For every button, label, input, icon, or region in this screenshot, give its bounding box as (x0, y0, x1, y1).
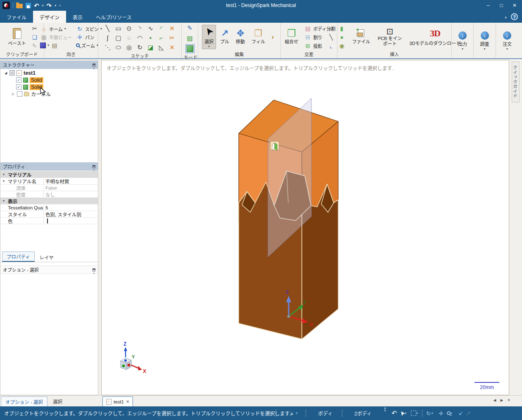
home-view-button[interactable]: ⌂ホーム▾ (40, 25, 72, 33)
design-viewport[interactable]: オブジェクトをクリックします。ダブルクリックして、エッジループを選択します。トリ… (101, 60, 509, 395)
plan-view-button[interactable]: ▦平面ビュー (40, 33, 72, 41)
pin-icon[interactable] (93, 268, 95, 271)
prop-row-style[interactable]: スタイル色別, スタイル別 (0, 211, 98, 218)
prop-group-display[interactable]: ▾表示 (0, 198, 98, 204)
combine-button[interactable]: ❒ 組合せ (282, 29, 301, 45)
sketch-rounded-rectangle-icon[interactable]: ▢ (114, 34, 123, 42)
insert-axes-icon[interactable]: ⌞ (327, 42, 335, 50)
sketch-split-icon[interactable]: ✂ (168, 34, 177, 42)
document-tab-test1[interactable]: test1 ✕ (102, 396, 133, 407)
tree-label[interactable]: Solid (30, 77, 43, 83)
sketch-sweep-icon[interactable]: ↻ (135, 43, 145, 52)
expander-closed-icon[interactable]: ▷ (11, 92, 15, 96)
pull-button[interactable]: ↗ プル (218, 29, 232, 45)
sketch-point-icon[interactable]: • (146, 34, 155, 42)
tab-select[interactable]: 選択 (49, 396, 66, 406)
sketch-spline-icon[interactable]: ∿ (146, 24, 155, 33)
select-tool-button[interactable]: ➤▾ (400, 406, 407, 420)
sketch-mode-icon[interactable]: ✎ (185, 24, 195, 33)
insert-cylinder-icon[interactable]: ▮ (338, 25, 346, 32)
color-swatch[interactable] (47, 218, 48, 223)
heading-button[interactable]: ▾▤ (40, 42, 72, 49)
tab-properties[interactable]: プロパティ (2, 252, 35, 262)
investigate-button[interactable]: ↓ 調査 ▾ (478, 31, 492, 52)
tab-layers[interactable]: レイヤ (36, 253, 58, 262)
display-icon[interactable]: ▤ (51, 42, 58, 49)
tab-help[interactable]: ヘルプ/リソース (89, 11, 138, 23)
solid-mode-icon[interactable] (185, 44, 195, 53)
prop-row-color[interactable]: 色 (0, 218, 98, 224)
view-cube-triad[interactable]: Z Y X (121, 341, 146, 374)
pin-icon[interactable] (93, 165, 95, 168)
collapse-ribbon-icon[interactable]: ▴ (505, 15, 507, 19)
spin-view-button[interactable]: ↻▾ (426, 406, 433, 420)
document-tab-close-icon[interactable]: ✕ (126, 399, 129, 404)
undo-select-icon[interactable]: ↶ (392, 406, 397, 420)
help-icon[interactable]: ? (511, 13, 518, 20)
sketch-rectangle-icon[interactable]: ▭ (114, 24, 123, 33)
undo-icon[interactable]: ↶ (34, 2, 39, 9)
sketch-circle-icon[interactable]: ⊙ (125, 24, 134, 33)
prop-row-fluid[interactable]: 流体False (0, 185, 98, 191)
open-file-icon[interactable] (16, 4, 23, 8)
minimize-button[interactable]: – (482, 1, 494, 9)
quick-guide-tab[interactable]: クイックガイド (512, 62, 520, 102)
sketch-chamfer-icon[interactable]: ⌐ (157, 34, 166, 42)
sketch-fill-icon[interactable]: ◪ (146, 43, 155, 52)
blend-icon[interactable]: ◗ (269, 33, 277, 41)
model-canvas[interactable]: Z Y X Z Y X 20mm (102, 60, 509, 395)
tree-item-solid-1[interactable]: ✓ Solid (0, 76, 98, 83)
copy-icon[interactable]: ❏ (31, 33, 38, 41)
quick-access-overflow-icon[interactable]: ▿ (59, 4, 61, 7)
move-button[interactable]: ✥ 移動 (233, 29, 247, 45)
spinner-control[interactable]: ▴▾ (384, 406, 386, 420)
prop-group-material[interactable]: ▾マテリアル (0, 171, 98, 178)
pan-view-button[interactable]: ✛ (439, 406, 444, 420)
sketch-ellipse-icon[interactable]: ⬭ (114, 43, 123, 52)
order-button[interactable]: ↓ 注文 ▾ (500, 31, 514, 52)
section-mode-icon[interactable]: ▨ (185, 34, 195, 43)
sketch-trim-icon[interactable]: ✕ (168, 24, 177, 33)
output-button[interactable]: ↓ 出力 ▾ (456, 31, 470, 52)
fill-button[interactable]: ❐ フィル (249, 29, 268, 45)
tab-scroll-right-icon[interactable]: ▶ (501, 398, 503, 402)
zoom-in-arrow-icon[interactable]: ↙ (458, 406, 463, 420)
sketch-delete-icon[interactable]: ✕ (168, 43, 177, 52)
sketch-line-icon[interactable]: ╲ (103, 24, 112, 33)
sketch-arc-icon[interactable]: ◠ (135, 34, 145, 42)
tab-options-select[interactable]: オプション - 選択 (1, 396, 47, 406)
insert-line-icon[interactable]: ╲ (327, 33, 335, 41)
expander-open-icon[interactable]: ◢ (4, 71, 8, 75)
prop-row-material-name[interactable]: ▾マテリアル名不明な材質 (0, 178, 98, 185)
tree-label[interactable]: test1 (24, 70, 36, 76)
checkbox-unchecked[interactable] (17, 91, 22, 97)
insert-shell-icon[interactable]: ◉ (338, 42, 346, 50)
insert-file-button[interactable]: ファイル (350, 28, 373, 45)
tab-view[interactable]: 表示 (66, 11, 89, 23)
zoom-out-arrow-icon[interactable]: ↗ (466, 406, 471, 420)
sketch-freehand-icon[interactable]: ʃ (103, 34, 112, 42)
format-painter-icon[interactable]: ✎ (31, 42, 38, 50)
sketch-tangent-arc-icon[interactable]: ◝ (135, 24, 145, 33)
box-select-button[interactable]: ▾ (411, 406, 418, 420)
tab-scroll-left-icon[interactable]: ◀ (494, 398, 496, 402)
import-pcb-button[interactable]: ⊡ PCB をインポート (375, 27, 405, 47)
tab-bar-close-icon[interactable]: ✕ (507, 398, 510, 402)
sketch-construction-line-icon[interactable]: ⋱ (103, 43, 112, 52)
insert-plane-icon[interactable]: ▱ (327, 25, 335, 32)
insert-sphere-icon[interactable]: ● (338, 33, 346, 41)
close-button[interactable]: ✕ (509, 1, 520, 9)
maximize-button[interactable]: □ (496, 1, 507, 9)
paste-button[interactable]: ペースト (5, 27, 28, 47)
ground-plane-toggle[interactable]: ▲ ▾ (289, 406, 297, 420)
checkbox-checked[interactable]: ✓ (16, 77, 21, 83)
save-icon[interactable] (26, 3, 31, 8)
cut-icon[interactable]: ✂ (31, 25, 38, 32)
prop-row-tessellation[interactable]: Tessellation Qua5 (0, 204, 98, 211)
tree-item-kernel[interactable]: ▷ カーネル (0, 90, 98, 97)
tab-design[interactable]: デザイン (33, 11, 66, 23)
zoom-view-button[interactable]: ▾ (447, 406, 452, 420)
redo-dropdown-icon[interactable]: ▾ (55, 4, 56, 7)
redo-icon[interactable]: ↷ (47, 2, 52, 9)
tab-file[interactable]: ファイル (0, 11, 33, 23)
